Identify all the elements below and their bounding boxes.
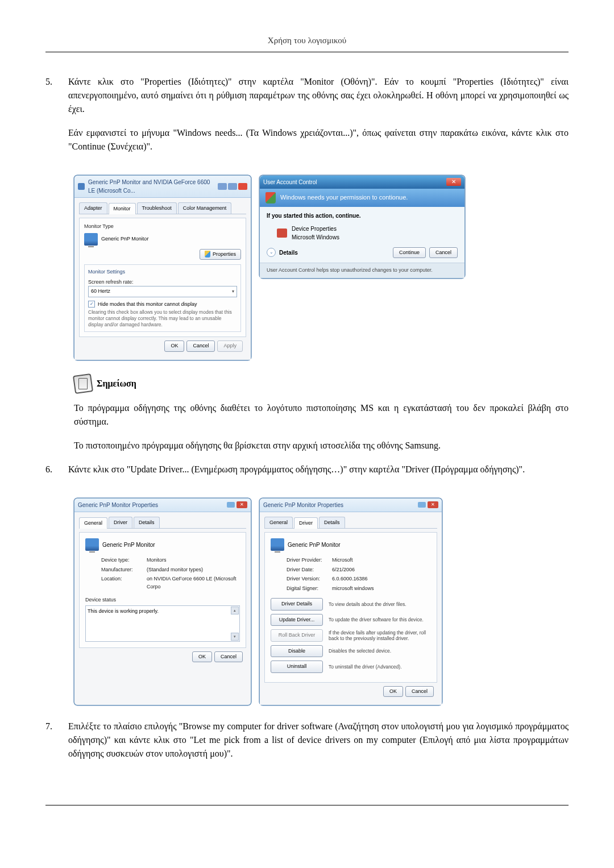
step-6-text: Κάντε κλικ στο "Update Driver... (Ενημέρ… — [68, 463, 569, 476]
update-driver-desc: To update the driver software for this d… — [329, 617, 424, 623]
uac-body: If you started this action, continue. De… — [260, 207, 464, 263]
uac-footer: User Account Control helps stop unauthor… — [260, 263, 464, 278]
tabs: General Driver Details — [79, 517, 246, 529]
digital-signer-value: microsoft windows — [332, 585, 431, 593]
device-status-text: This device is working properly. — [88, 608, 159, 614]
tab-details[interactable]: Details — [319, 517, 345, 529]
driver-date-label: Driver Date: — [287, 566, 332, 574]
uac-microsoft-windows: Microsoft Windows — [292, 233, 339, 242]
tab-color-management[interactable]: Color Management — [178, 202, 232, 214]
figures-row-2: Generic PnP Monitor Properties ✕ General… — [74, 498, 569, 706]
scroll-down[interactable]: ▾ — [231, 633, 239, 641]
continue-button[interactable]: Continue — [393, 247, 426, 259]
note-label: Σημείωση — [97, 377, 136, 391]
step-5: 5. Κάντε κλικ στο "Properties (Ιδιότητες… — [45, 75, 569, 164]
dialog-title: Generic PnP Monitor Properties — [263, 501, 414, 509]
uac-titlebar: User Account Control ✕ — [260, 176, 464, 189]
refresh-rate-value: 60 Hertz — [91, 288, 110, 296]
apply-button[interactable]: Apply — [217, 340, 243, 352]
refresh-rate-label: Screen refresh rate: — [88, 279, 237, 286]
driver-details-button[interactable]: Driver Details — [271, 598, 323, 610]
hide-modes-checkbox[interactable]: ✓ — [88, 301, 95, 308]
disable-button[interactable]: Disable — [271, 645, 323, 658]
properties-button[interactable]: Properties — [200, 249, 241, 260]
tab-driver[interactable]: Driver — [109, 517, 132, 529]
uac-details-label[interactable]: Details — [279, 248, 298, 257]
driver-provider-label: Driver Provider: — [287, 556, 332, 564]
tab-driver[interactable]: Driver — [294, 517, 318, 529]
location-value: on NVIDIA GeForce 6600 LE (Microsoft Cor… — [147, 575, 240, 591]
uac-instruction: If you started this action, continue. — [267, 211, 458, 220]
close-button[interactable]: ✕ — [237, 501, 247, 508]
cancel-button[interactable]: Cancel — [429, 247, 458, 259]
driver-details-desc: To view details about the driver files. — [329, 601, 406, 608]
update-driver-button[interactable]: Update Driver... — [271, 614, 323, 626]
monitor-settings-label: Monitor Settings — [88, 268, 237, 276]
dialog-titlebar: Generic PnP Monitor Properties ✕ — [74, 499, 251, 512]
driver-version-value: 6.0.6000.16386 — [332, 575, 431, 583]
shield-icon — [265, 192, 276, 203]
note-text-2: Το πιστοποιημένο πρόγραμμα οδήγησης θα β… — [74, 439, 569, 452]
dialog-button-row: OK Cancel — [79, 648, 246, 666]
close-button[interactable]: ✕ — [428, 501, 438, 508]
rollback-driver-button[interactable]: Roll Back Driver — [271, 629, 323, 642]
dialog-title: Generic PnP Monitor Properties — [78, 501, 223, 509]
tab-details[interactable]: Details — [134, 517, 160, 529]
device-status-box: This device is working properly. ▴ ▾ — [85, 605, 240, 642]
help-button[interactable] — [418, 502, 426, 508]
close-button[interactable]: ✕ — [446, 178, 461, 186]
window-buttons — [218, 183, 247, 190]
figures-row-1: Generic PnP Monitor and NVIDIA GeForce 6… — [74, 175, 569, 360]
hide-modes-label: Hide modes that this monitor cannot disp… — [98, 301, 197, 309]
tab-general[interactable]: General — [264, 517, 293, 529]
window-icon — [78, 183, 85, 190]
ok-button[interactable]: OK — [192, 651, 212, 663]
cancel-button[interactable]: Cancel — [214, 651, 243, 663]
refresh-rate-dropdown[interactable]: 60 Hertz — [88, 286, 237, 297]
step-6: 6. Κάντε κλικ στο "Update Driver... (Ενη… — [45, 463, 569, 487]
step-7-content: Επιλέξτε το πλαίσιο επιλογής "Browse my … — [68, 720, 569, 771]
ok-button[interactable]: OK — [383, 686, 403, 697]
monitor-name: Generic PnP Monitor — [101, 235, 148, 243]
step-5-text-2: Εάν εμφανιστεί το μήνυμα "Windows needs.… — [68, 126, 569, 153]
dialog-button-row: OK Cancel — [264, 683, 437, 701]
uac-banner: Windows needs your permission to contion… — [260, 189, 464, 207]
step-7-text: Επιλέξτε το πλαίσιο επιλογής "Browse my … — [68, 720, 569, 761]
program-icon — [277, 229, 287, 238]
note-icon — [73, 373, 93, 394]
scroll-up[interactable]: ▴ — [231, 607, 239, 614]
device-status-label: Device status — [85, 596, 240, 604]
device-type-value: Monitors — [147, 556, 240, 564]
cancel-button[interactable]: Cancel — [186, 340, 215, 352]
digital-signer-label: Digital Signer: — [287, 585, 332, 593]
expand-icon[interactable]: ⌄ — [267, 248, 276, 257]
cancel-button[interactable]: Cancel — [405, 686, 434, 697]
footer-rule — [45, 805, 569, 805]
dialog-titlebar: Generic PnP Monitor and NVIDIA GeForce 6… — [74, 176, 251, 198]
step-5-text-1: Κάντε κλικ στο "Properties (Ιδιότητες)" … — [68, 75, 569, 116]
monitor-name: Generic PnP Monitor — [288, 541, 341, 549]
ok-button[interactable]: OK — [164, 340, 184, 352]
tab-adapter[interactable]: Adapter — [79, 202, 107, 214]
location-label: Location: — [101, 575, 147, 591]
dialog-titlebar: Generic PnP Monitor Properties ✕ — [260, 499, 442, 512]
step-5-content: Κάντε κλικ στο "Properties (Ιδιότητες)" … — [68, 75, 569, 164]
uninstall-desc: To uninstall the driver (Advanced). — [329, 664, 402, 670]
tab-troubleshoot[interactable]: Troubleshoot — [137, 202, 177, 214]
tab-monitor[interactable]: Monitor — [109, 203, 136, 215]
manufacturer-label: Manufacturer: — [101, 566, 147, 574]
close-button[interactable] — [238, 183, 247, 190]
note-text-1: Το πρόγραμμα οδήγησης της οθόνης διαθέτε… — [74, 401, 569, 429]
tab-general[interactable]: General — [79, 517, 107, 529]
minimize-button[interactable] — [218, 183, 227, 190]
driver-version-label: Driver Version: — [287, 575, 332, 583]
page-header: Χρήση του λογισμικού — [45, 34, 569, 47]
tabs: Adapter Monitor Troubleshoot Color Manag… — [79, 202, 246, 215]
monitor-icon — [271, 538, 284, 551]
help-button[interactable] — [227, 502, 235, 508]
maximize-button[interactable] — [228, 183, 237, 190]
driver-props-general-dialog: Generic PnP Monitor Properties ✕ General… — [74, 498, 251, 706]
uninstall-button[interactable]: Uninstall — [271, 661, 323, 673]
step-number: 6. — [45, 463, 68, 487]
monitor-icon — [84, 233, 98, 246]
